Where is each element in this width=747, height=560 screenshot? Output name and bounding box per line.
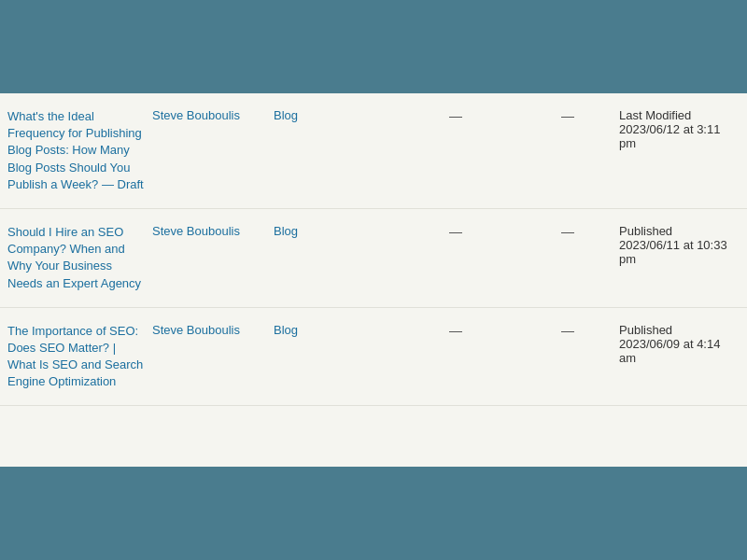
post-category[interactable]: Blog (274, 224, 395, 238)
post-category[interactable]: Blog (274, 108, 395, 122)
post-dash2: — (516, 323, 619, 338)
table-row: Should I Hire an SEO Company? When and W… (0, 209, 747, 308)
post-title-cell: The Importance of SEO: Does SEO Matter? … (7, 323, 152, 391)
status-date: 2023/06/12 at 3:11 pm (619, 122, 740, 150)
post-dash2: — (516, 108, 619, 123)
post-status: Published 2023/06/11 at 10:33 pm (619, 224, 740, 266)
post-dash2: — (516, 224, 619, 239)
post-dash1: — (395, 108, 516, 123)
status-date: 2023/06/09 at 4:14 am (619, 337, 740, 365)
post-title-cell: Should I Hire an SEO Company? When and W… (7, 224, 152, 292)
bottom-bar (0, 467, 747, 560)
status-date: 2023/06/11 at 10:33 pm (619, 238, 740, 266)
post-title-link[interactable]: Should I Hire an SEO Company? When and W… (7, 225, 141, 290)
post-author[interactable]: Steve Bouboulis (152, 323, 274, 337)
status-label: Last Modified (619, 108, 740, 122)
table-container: What's the Ideal Frequency for Publishin… (0, 93, 747, 467)
post-title-link[interactable]: The Importance of SEO: Does SEO Matter? … (7, 324, 143, 389)
post-dash1: — (395, 224, 516, 239)
post-title-link[interactable]: What's the Ideal Frequency for Publishin… (7, 109, 144, 191)
table-row: What's the Ideal Frequency for Publishin… (0, 93, 747, 209)
post-dash1: — (395, 323, 516, 338)
top-bar (0, 0, 747, 93)
page-wrapper: What's the Ideal Frequency for Publishin… (0, 0, 747, 560)
post-author[interactable]: Steve Bouboulis (152, 224, 274, 238)
post-status: Last Modified 2023/06/12 at 3:11 pm (619, 108, 740, 150)
post-author[interactable]: Steve Bouboulis (152, 108, 274, 122)
post-category[interactable]: Blog (274, 323, 395, 337)
table-row: The Importance of SEO: Does SEO Matter? … (0, 308, 747, 407)
post-title-cell: What's the Ideal Frequency for Publishin… (7, 108, 152, 193)
status-label: Published (619, 323, 740, 337)
status-label: Published (619, 224, 740, 238)
post-status: Published 2023/06/09 at 4:14 am (619, 323, 740, 365)
